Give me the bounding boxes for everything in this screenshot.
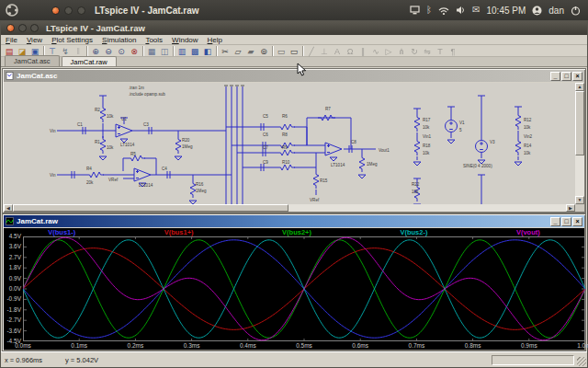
desktop: LTspice IV - JamCat.raw ᛒ ✉ 10:45 PM	[0, 0, 588, 368]
x-axis-tick-label: 0.4ms	[235, 342, 261, 349]
autorange-y-icon[interactable]: ▥	[176, 46, 188, 56]
trace-label-vvout[interactable]: V(vout)	[516, 228, 540, 236]
control-panel-icon[interactable]: ⊤	[47, 46, 59, 56]
toolbar-separator	[272, 46, 273, 56]
y-axis-tick-label: -3.6V	[4, 328, 21, 334]
schematic-maximize-button[interactable]: □	[561, 72, 571, 81]
place-ground-icon: ⊥	[319, 46, 331, 56]
halt-simulation-icon: ‖	[73, 46, 85, 56]
schematic-sources[interactable]	[413, 96, 522, 204]
status-y-readout: y = 5.042V	[65, 356, 139, 364]
panel-close-button[interactable]	[51, 6, 60, 15]
menu-window[interactable]: Window	[167, 36, 202, 44]
place-inductor-icon: ∿	[370, 46, 382, 56]
menu-simulation[interactable]: Simulation	[97, 36, 141, 44]
cut-icon[interactable]: ✂	[220, 46, 232, 56]
schematic-label: 10k	[524, 125, 531, 130]
vertical-scroll-thumb[interactable]	[575, 91, 584, 155]
window-titlebar[interactable]: LTspice IV - JamCat.raw	[1, 21, 587, 35]
waveform-minimize-button[interactable]: _	[550, 217, 560, 226]
schematic-stage2[interactable]	[57, 155, 232, 204]
power-icon[interactable]	[571, 6, 581, 16]
schematic-label: V1	[459, 121, 465, 125]
save-icon[interactable]: ▣	[29, 46, 41, 56]
bluetooth-icon[interactable]: ᛒ	[426, 6, 432, 15]
x-axis-tick-label: 0.8ms	[460, 342, 486, 349]
ubuntu-logo-icon[interactable]	[6, 4, 18, 17]
close-button[interactable]	[6, 24, 15, 32]
schematic-label: C7	[263, 145, 268, 150]
schematic-titlebar[interactable]: JamCat.asc _ □ ×	[4, 70, 584, 82]
print-preview-icon[interactable]: ▭	[276, 46, 288, 56]
open-file-icon[interactable]: ◪	[17, 46, 28, 56]
zoom-out-icon[interactable]: ⊖	[103, 46, 115, 56]
scroll-left-arrow[interactable]: ◀	[4, 204, 13, 212]
scroll-up-arrow[interactable]: ▲	[575, 83, 584, 91]
schematic-label: C3	[143, 122, 149, 127]
run-simulation-icon[interactable]: ↯	[60, 46, 72, 56]
waveform-maximize-button[interactable]: □	[561, 217, 571, 226]
menu-file[interactable]: File	[1, 36, 22, 44]
x-axis-tick-label: 0.0ms	[10, 342, 36, 349]
mark-unconnected-icon[interactable]: ◫	[159, 46, 171, 56]
menu-view[interactable]: View	[22, 36, 47, 44]
tile-windows-icon[interactable]: ◧	[202, 46, 214, 56]
schematic-close-button[interactable]: ×	[572, 72, 582, 81]
toolbar-separator	[216, 46, 217, 56]
user-badge-icon[interactable]	[532, 6, 542, 16]
waveform-plot[interactable]	[23, 236, 585, 341]
schematic-label: R8	[282, 132, 288, 137]
schematic-label: C9	[263, 160, 268, 165]
schematic-canvas[interactable]: .tran 1m.include opamp.subVinR210kR110kC…	[4, 83, 575, 204]
schematic-stage1[interactable]	[57, 96, 226, 160]
schematic-vertical-scrollbar[interactable]: ▲ ▼	[575, 83, 584, 204]
trace-label-vbus1-[interactable]: V(bus1-)	[48, 228, 75, 236]
maximize-button[interactable]	[30, 24, 39, 32]
menu-tools[interactable]: Tools	[141, 36, 167, 44]
grid-icon[interactable]: ▦	[146, 46, 158, 56]
find-icon[interactable]: ⊚	[258, 46, 270, 56]
minimize-button[interactable]	[18, 24, 27, 32]
schematic-minimize-button[interactable]: _	[550, 72, 560, 81]
resize-grip[interactable]	[577, 357, 586, 366]
schematic-label: 10k	[412, 190, 419, 194]
trace-label-vbus2+[interactable]: V(bus2+)	[282, 228, 311, 236]
schematic-stage3[interactable]	[226, 115, 376, 195]
waveform-close-button[interactable]: ×	[572, 217, 582, 226]
tab-jamcat.asc[interactable]: JamCat.asc	[5, 55, 60, 66]
menu-plot-settings[interactable]: Plot Settings	[47, 36, 97, 44]
cascade-windows-icon[interactable]: ▩	[189, 46, 201, 56]
mdi-area: JamCat.asc _ □ ×	[2, 68, 586, 351]
copy-icon[interactable]: ▱	[232, 46, 244, 56]
x-axis-tick-label: 0.5ms	[291, 342, 317, 349]
waveform-window-buttons: _ □ ×	[550, 217, 584, 226]
new-schematic-icon[interactable]: ▤	[4, 46, 16, 56]
display-icon[interactable]	[410, 6, 420, 15]
schematic-label: R2	[95, 108, 100, 112]
scroll-down-arrow[interactable]: ▼	[575, 196, 584, 204]
mail-icon[interactable]: ✉	[472, 6, 480, 15]
x-axis-tick-label: 0.7ms	[403, 342, 429, 349]
wifi-icon[interactable]	[438, 6, 449, 15]
zoom-in-icon[interactable]: ⊕	[90, 46, 102, 56]
schematic-horizontal-scrollbar[interactable]: ◀ ▶	[4, 204, 575, 212]
menubar: FileViewPlot SettingsSimulationToolsWind…	[1, 35, 587, 45]
trace-legend: V(bus1-)V(bus1+)V(bus2+)V(bus2-)V(vout)	[4, 228, 584, 236]
menu-help[interactable]: Help	[203, 36, 227, 44]
waveform-titlebar[interactable]: JamCat.raw _ □ ×	[4, 215, 584, 227]
print-icon[interactable]: ▭	[288, 46, 300, 56]
volume-icon[interactable]	[456, 6, 466, 15]
trace-label-vbus1+[interactable]: V(bus1+)	[164, 228, 194, 236]
place-capacitor-icon: ∥	[357, 46, 369, 56]
session-user-name[interactable]: dan	[548, 6, 564, 16]
zoom-full-extents-icon[interactable]: ⊙	[116, 46, 128, 56]
panel-maximize-button[interactable]	[77, 6, 85, 15]
tab-jamcat.raw[interactable]: JamCat.raw	[62, 56, 117, 66]
clock[interactable]: 10:45 PM	[487, 6, 526, 16]
paste-icon[interactable]: ▰	[245, 46, 257, 56]
trace-label-vbus2-[interactable]: V(bus2-)	[400, 228, 427, 236]
zoom-undo-icon[interactable]: ⊗	[129, 46, 141, 56]
scroll-right-arrow[interactable]: ▶	[566, 204, 575, 212]
horizontal-scroll-thumb[interactable]	[13, 204, 288, 212]
panel-minimize-button[interactable]	[64, 6, 73, 15]
